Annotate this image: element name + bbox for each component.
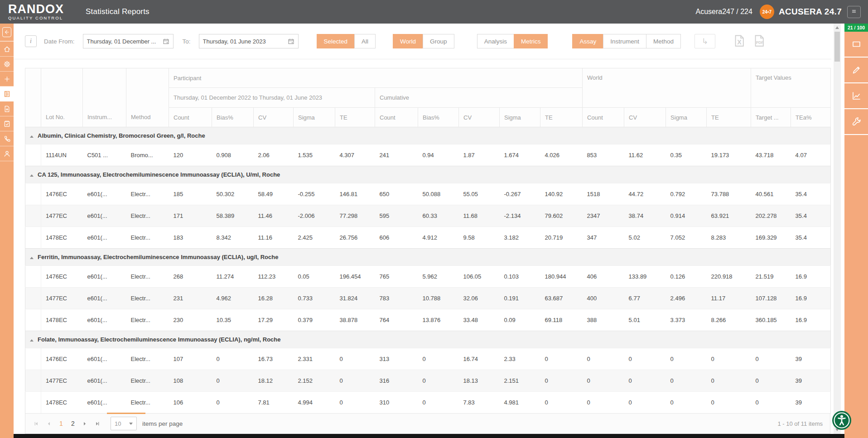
toggle-world[interactable]: World [393,34,423,48]
date-from-input[interactable]: Thursday, 01 December ... [83,34,174,48]
next-page-button[interactable] [79,418,91,429]
tool-tools[interactable] [844,109,868,135]
cell: 106 [169,392,212,414]
toggle-selected[interactable]: Selected [317,34,355,48]
column-header-sigma[interactable]: Sigma [500,108,540,127]
cell: 5.962 [418,266,459,288]
column-header-method[interactable]: Method [126,68,169,127]
cell: 4.307 [335,144,375,166]
export-excel-icon[interactable]: X [733,34,746,48]
cell: Electr... [126,288,169,309]
scrollbar-thumb[interactable] [834,32,840,62]
cell: 196.454 [335,266,375,288]
page-size-select[interactable]: 10 [111,417,137,430]
toggle-group[interactable]: Group [423,34,454,48]
tool-analytics[interactable] [844,83,868,109]
usage-badge: 21 / 100 [844,24,868,32]
toggle-instrument[interactable]: Instrument [603,34,646,48]
accessibility-button[interactable] [832,410,852,430]
group-title: Ferritin, Immunoassay, Electrochemilumin… [38,254,278,260]
cell: 35.4 [791,183,831,205]
cell: Electr... [126,392,169,414]
previous-page-button[interactable] [43,418,54,429]
sidebar-item-home[interactable] [0,42,14,57]
column-header-te[interactable]: TE [335,108,375,127]
sidebar-item-contact[interactable] [0,131,14,146]
column-header-sigma[interactable]: Sigma [666,108,707,127]
toggle-assay[interactable]: Assay [572,34,603,48]
sidebar-item-back[interactable] [0,24,14,42]
calendar-icon[interactable] [288,38,294,45]
column-header-lot-no[interactable]: Lot No. [41,68,83,127]
cell: 310 [375,392,418,414]
cell: -2.006 [294,205,335,227]
toggle-analysis[interactable]: Analysis [477,34,514,48]
collapse-icon[interactable] [30,174,34,177]
sidebar-item-profile[interactable] [0,146,14,161]
forward-arrow-button[interactable]: ↳ [694,34,715,48]
scroll-up-icon[interactable] [835,26,839,29]
calendar-icon[interactable] [163,38,169,45]
cell: 1.535 [294,144,335,166]
pager-indicator [107,413,145,414]
column-header-te[interactable]: TE [707,108,751,127]
info-button[interactable]: i [25,35,37,47]
assay-group-row[interactable]: CA 125, Immunoassay, Electrochemilumines… [25,166,831,183]
assay-group-row[interactable]: Ferritin, Immunoassay, Electrochemilumin… [25,249,831,266]
cell: 0 [212,392,254,414]
collapse-icon[interactable] [30,257,34,259]
cell: 40.561 [751,183,791,205]
cell: 606 [375,227,418,249]
cell: 0.94 [418,144,459,166]
assay-group-row[interactable]: Albumin, Clinical Chemistry, Bromocresol… [25,127,831,144]
toggle-metrics[interactable]: Metrics [514,34,548,48]
cell: 16.28 [254,288,294,309]
toggle-method[interactable]: Method [646,34,681,48]
cell: 73.788 [707,183,751,205]
assay-group-row[interactable]: Folate, Immunoassay, Electrochemilumines… [25,331,831,348]
cell: 783 [375,288,418,309]
cell: 764 [375,309,418,331]
tool-annotate[interactable] [844,58,868,83]
page-number-2[interactable]: 2 [67,418,79,429]
column-header-cv[interactable]: CV [459,108,500,127]
cell: 202.278 [751,205,791,227]
hamburger-menu-button[interactable] [847,6,861,18]
export-pdf-icon[interactable]: PDF [752,34,766,48]
cell: 7.052 [666,227,707,249]
last-page-button[interactable] [92,418,103,429]
cell: 4.994 [294,392,335,414]
column-header-tea[interactable]: TEa% [791,108,831,127]
column-header-target[interactable]: Target ... [751,108,791,127]
column-header-bias[interactable]: Bias% [418,108,459,127]
sidebar-item-add[interactable] [0,72,14,87]
column-header-count[interactable]: Count [583,108,624,127]
table-row: 1476ECe601(...Electr...107016.732.331031… [25,348,831,370]
cell: 107.128 [751,288,791,309]
column-header-bias[interactable]: Bias% [212,108,254,127]
column-header-cv[interactable]: CV [624,108,666,127]
column-header-cv[interactable]: CV [254,108,294,127]
column-header-te[interactable]: TE [540,108,583,127]
first-page-button[interactable] [30,418,42,429]
collapse-icon[interactable] [30,135,34,138]
tool-capture[interactable] [844,32,868,58]
toggle-all[interactable]: All [354,34,376,48]
column-header-count[interactable]: Count [169,108,212,127]
sidebar-item-reports[interactable] [0,87,14,101]
cell: 0 [212,348,254,370]
cell: 0.35 [666,144,707,166]
sidebar-item-settings[interactable] [0,57,14,72]
column-header-sigma[interactable]: Sigma [294,108,335,127]
collapse-icon[interactable] [30,339,34,342]
cell: 18.13 [459,370,500,392]
page-number-1[interactable]: 1 [55,418,67,429]
column-header-count[interactable]: Count [375,108,418,127]
column-header-instrument[interactable]: Instrum... [83,68,126,127]
sidebar-item-tasks[interactable] [0,116,14,131]
cell: 0.792 [666,183,707,205]
cell: Bromo... [126,144,169,166]
sidebar-item-downloads[interactable] [0,101,14,116]
vertical-scrollbar[interactable] [834,24,841,434]
date-to-input[interactable]: Thursday, 01 June 2023 [199,34,299,48]
